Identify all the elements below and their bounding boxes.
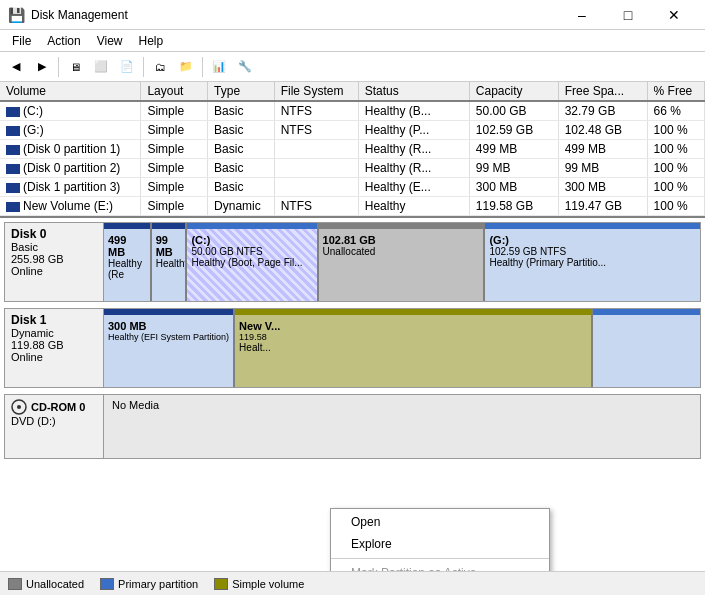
- cell-free: 119.47 GB: [558, 197, 647, 216]
- title-bar: 💾 Disk Management – □ ✕: [0, 0, 705, 30]
- cell-free: 102.48 GB: [558, 121, 647, 140]
- volume-table-section: Volume Layout Type File System Status Ca…: [0, 82, 705, 218]
- cdrom-row: CD-ROM 0 DVD (D:)No Media: [4, 394, 701, 459]
- cell-layout: Simple: [141, 159, 208, 178]
- menu-help[interactable]: Help: [131, 32, 172, 50]
- col-header-capacity[interactable]: Capacity: [469, 82, 558, 101]
- disk-0-name: Disk 0: [11, 227, 97, 241]
- disk-1-size: 119.88 GB: [11, 339, 97, 351]
- toolbar-btn-7[interactable]: 🔧: [233, 55, 257, 79]
- cell-status: Healthy (P...: [358, 121, 469, 140]
- cell-fs: [274, 178, 358, 197]
- cell-pct: 100 %: [647, 140, 704, 159]
- toolbar-forward[interactable]: ▶: [30, 55, 54, 79]
- disk-1-partition-1[interactable]: New V...119.58Healt...: [235, 309, 593, 387]
- table-header-row: Volume Layout Type File System Status Ca…: [0, 82, 705, 101]
- cell-fs: [274, 140, 358, 159]
- cell-layout: Simple: [141, 140, 208, 159]
- table-row[interactable]: (G:) Simple Basic NTFS Healthy (P... 102…: [0, 121, 705, 140]
- cdrom-name: CD-ROM 0: [31, 401, 85, 413]
- cell-pct: 100 %: [647, 197, 704, 216]
- ctx-explore[interactable]: Explore: [331, 533, 549, 555]
- toolbar-btn-3[interactable]: 📄: [115, 55, 139, 79]
- disk-label-1: Disk 1 Dynamic 119.88 GB Online: [4, 308, 104, 388]
- cell-volume: (Disk 0 partition 1): [0, 140, 141, 159]
- col-header-pct[interactable]: % Free: [647, 82, 704, 101]
- volume-table: Volume Layout Type File System Status Ca…: [0, 82, 705, 216]
- toolbar-btn-2[interactable]: ⬜: [89, 55, 113, 79]
- cell-status: Healthy (R...: [358, 159, 469, 178]
- disk-0-partition-2[interactable]: (C:)50.00 GB NTFSHealthy (Boot, Page Fil…: [187, 223, 318, 301]
- table-row[interactable]: (C:) Simple Basic NTFS Healthy (B... 50.…: [0, 101, 705, 121]
- menu-bar: File Action View Help: [0, 30, 705, 52]
- col-header-volume[interactable]: Volume: [0, 82, 141, 101]
- cell-type: Dynamic: [208, 197, 275, 216]
- toolbar-back[interactable]: ◀: [4, 55, 28, 79]
- context-menu: OpenExploreMark Partition as ActiveChang…: [330, 508, 550, 571]
- cell-free: 99 MB: [558, 159, 647, 178]
- cell-type: Basic: [208, 140, 275, 159]
- disk-row-1: Disk 1 Dynamic 119.88 GB Online300 MBHea…: [4, 308, 701, 388]
- cell-fs: NTFS: [274, 197, 358, 216]
- disk-0-partition-0[interactable]: 499 MBHealthy (Re: [104, 223, 152, 301]
- toolbar-btn-6[interactable]: 📊: [207, 55, 231, 79]
- disk-0-partition-1[interactable]: 99 MBHealthy: [152, 223, 188, 301]
- cell-status: Healthy: [358, 197, 469, 216]
- cell-capacity: 99 MB: [469, 159, 558, 178]
- menu-view[interactable]: View: [89, 32, 131, 50]
- disk-1-partition-0[interactable]: 300 MBHealthy (EFI System Partition): [104, 309, 235, 387]
- table-row[interactable]: New Volume (E:) Simple Dynamic NTFS Heal…: [0, 197, 705, 216]
- legend-simple: Simple volume: [214, 578, 304, 590]
- cell-layout: Simple: [141, 178, 208, 197]
- close-button[interactable]: ✕: [651, 0, 697, 30]
- legend-primary-label: Primary partition: [118, 578, 198, 590]
- legend-unallocated: Unallocated: [8, 578, 84, 590]
- disk-0-partition-4[interactable]: (G:)102.59 GB NTFSHealthy (Primary Parti…: [485, 223, 700, 301]
- cell-free: 499 MB: [558, 140, 647, 159]
- window-controls: – □ ✕: [559, 0, 697, 30]
- cell-layout: Simple: [141, 101, 208, 121]
- col-header-type[interactable]: Type: [208, 82, 275, 101]
- cell-capacity: 50.00 GB: [469, 101, 558, 121]
- legend-unallocated-label: Unallocated: [26, 578, 84, 590]
- cell-type: Basic: [208, 178, 275, 197]
- toolbar-btn-1[interactable]: 🖥: [63, 55, 87, 79]
- disk-label-0: Disk 0 Basic 255.98 GB Online: [4, 222, 104, 302]
- toolbar-btn-4[interactable]: 🗂: [148, 55, 172, 79]
- disk-row-0: Disk 0 Basic 255.98 GB Online499 MBHealt…: [4, 222, 701, 302]
- svg-point-1: [17, 405, 21, 409]
- cell-volume: (G:): [0, 121, 141, 140]
- disk-1-status: Online: [11, 351, 97, 363]
- legend-primary: Primary partition: [100, 578, 198, 590]
- legend-primary-icon: [100, 578, 114, 590]
- toolbar-btn-5[interactable]: 📁: [174, 55, 198, 79]
- col-header-free[interactable]: Free Spa...: [558, 82, 647, 101]
- col-header-status[interactable]: Status: [358, 82, 469, 101]
- cdrom-label: CD-ROM 0 DVD (D:): [4, 394, 104, 459]
- cell-volume: New Volume (E:): [0, 197, 141, 216]
- disk-0-partition-3[interactable]: 102.81 GBUnallocated: [319, 223, 486, 301]
- ctx-open[interactable]: Open: [331, 511, 549, 533]
- cell-capacity: 300 MB: [469, 178, 558, 197]
- minimize-button[interactable]: –: [559, 0, 605, 30]
- disk-0-type: Basic: [11, 241, 97, 253]
- table-row[interactable]: (Disk 0 partition 1) Simple Basic Health…: [0, 140, 705, 159]
- cell-pct: 100 %: [647, 159, 704, 178]
- table-row[interactable]: (Disk 0 partition 2) Simple Basic Health…: [0, 159, 705, 178]
- toolbar: ◀ ▶ 🖥 ⬜ 📄 🗂 📁 📊 🔧: [0, 52, 705, 82]
- menu-file[interactable]: File: [4, 32, 39, 50]
- disk-1-partitions: 300 MBHealthy (EFI System Partition)New …: [104, 308, 701, 388]
- legend-unallocated-icon: [8, 578, 22, 590]
- cell-layout: Simple: [141, 197, 208, 216]
- menu-action[interactable]: Action: [39, 32, 88, 50]
- maximize-button[interactable]: □: [605, 0, 651, 30]
- ctx-mark-active: Mark Partition as Active: [331, 562, 549, 571]
- cell-volume: (C:): [0, 101, 141, 121]
- cdrom-icon: [11, 399, 27, 415]
- disk-1-partition-2[interactable]: [593, 309, 700, 387]
- table-row[interactable]: (Disk 1 partition 3) Simple Basic Health…: [0, 178, 705, 197]
- disk-section: Disk 0 Basic 255.98 GB Online499 MBHealt…: [0, 218, 705, 571]
- cell-volume: (Disk 1 partition 3): [0, 178, 141, 197]
- col-header-layout[interactable]: Layout: [141, 82, 208, 101]
- col-header-fs[interactable]: File System: [274, 82, 358, 101]
